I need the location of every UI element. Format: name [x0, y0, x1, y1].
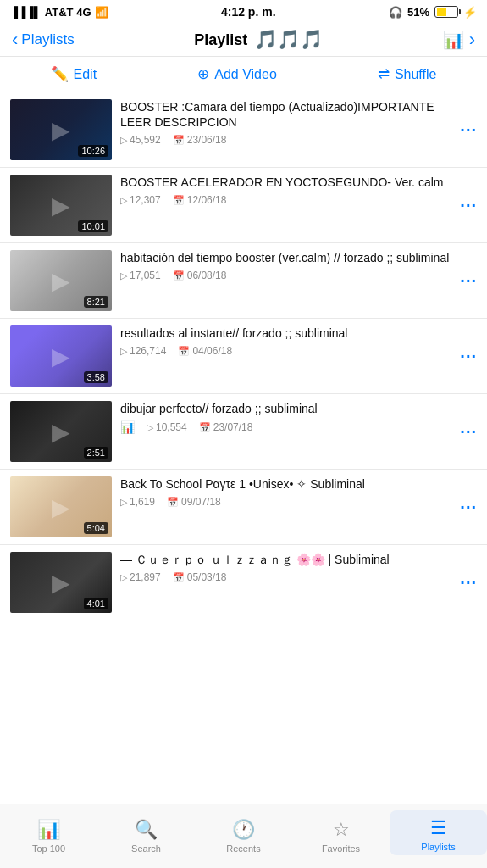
- playlists-icon: ☰: [430, 817, 447, 839]
- video-info: resultados al instante// forzado ;; subl…: [120, 326, 453, 357]
- video-thumbnail: ▶ 8:21: [10, 250, 112, 311]
- view-count: ▷ 10,554: [147, 421, 187, 433]
- title-emojis: 🎵🎵🎵: [254, 29, 323, 51]
- tab-recents-label: Recents: [226, 843, 260, 854]
- view-count: ▷ 45,592: [120, 134, 161, 146]
- headphone-icon: 🎧: [389, 6, 402, 19]
- play-icon: ▷: [120, 195, 127, 206]
- video-duration: 10:26: [78, 145, 108, 157]
- status-carrier: ▐▐▐▌ AT&T 4G 📶: [10, 6, 108, 19]
- video-info: BOOSTER :Camara del tiempo (Actualizado)…: [120, 99, 453, 146]
- view-count: ▷ 21,897: [120, 571, 161, 583]
- tab-playlists[interactable]: ☰ Playlists: [390, 810, 487, 855]
- view-count: ▷ 1,619: [120, 496, 155, 508]
- view-count: ▷ 12,307: [120, 194, 161, 206]
- more-options-button[interactable]: ···: [453, 347, 477, 366]
- tab-top100[interactable]: 📊 Top 100: [0, 812, 97, 854]
- calendar-icon: 📅: [173, 195, 185, 206]
- more-dots-icon: ···: [460, 196, 477, 215]
- tab-favorites[interactable]: ☆ Favorites: [292, 812, 390, 854]
- video-item[interactable]: ▶ 2:51 dibujar perfecto// forzado ;; sub…: [0, 394, 487, 470]
- date-text: 23/07/18: [213, 421, 253, 433]
- add-video-button[interactable]: ⊕ Add Video: [197, 65, 277, 83]
- video-info: BOOSTER ACELERADOR EN YOCTOSEGUNDO- Ver.…: [120, 175, 453, 206]
- back-button[interactable]: Playlists: [12, 29, 75, 51]
- shuffle-button[interactable]: ⇌ Shuffle: [378, 65, 437, 83]
- chevron-right-icon[interactable]: [469, 29, 475, 51]
- chevron-left-icon: [12, 29, 18, 51]
- more-dots-icon: ···: [460, 422, 477, 442]
- tab-playlists-label: Playlists: [421, 842, 455, 852]
- edit-button[interactable]: ✏️ Edit: [51, 65, 97, 83]
- tab-recents[interactable]: 🕐 Recents: [195, 812, 292, 854]
- signal-icon: ▐▐▐▌: [10, 6, 42, 19]
- calendar-icon: 📅: [173, 270, 185, 281]
- more-dots-icon: ···: [460, 498, 477, 517]
- video-info: — Ｃｕｅｒｐｏ ｕｌｚｚａｎｇ 🌸🌸 | Subliminal ▷ 21,89…: [120, 552, 453, 583]
- nav-right-controls[interactable]: 📊: [443, 29, 475, 51]
- video-meta: ▷ 45,592 📅 23/06/18: [120, 134, 453, 146]
- video-item[interactable]: ▶ 8:21 habitación del tiempo booster (ve…: [0, 243, 487, 319]
- video-duration: 3:58: [84, 371, 108, 383]
- wifi-icon: 📶: [95, 6, 108, 19]
- video-title: Back To School Рαγτε 1 •Unisex• ✧ Sublim…: [120, 476, 453, 492]
- add-label: Add Video: [214, 67, 277, 82]
- video-item[interactable]: ▶ 10:01 BOOSTER ACELERADOR EN YOCTOSEGUN…: [0, 168, 487, 243]
- more-options-button[interactable]: ···: [453, 271, 477, 291]
- more-dots-icon: ···: [460, 347, 477, 366]
- more-options-button[interactable]: ···: [453, 573, 477, 593]
- video-meta: ▷ 1,619 📅 09/07/18: [120, 496, 453, 508]
- more-options-button[interactable]: ···: [453, 422, 477, 442]
- calendar-icon: 📅: [173, 135, 185, 146]
- views-text: 10,554: [156, 421, 187, 433]
- tab-search-label: Search: [131, 843, 161, 854]
- chart-bars-icon[interactable]: 📊: [443, 30, 464, 50]
- video-duration: 10:01: [78, 220, 108, 232]
- video-title: dibujar perfecto// forzado ;; subliminal: [120, 401, 453, 416]
- upload-date: 📅 05/03/18: [173, 571, 227, 583]
- view-count: ▷ 17,051: [120, 270, 161, 281]
- more-options-button[interactable]: ···: [453, 120, 477, 140]
- video-list: ▶ 10:26 BOOSTER :Camara del tiempo (Actu…: [0, 92, 487, 685]
- video-duration: 8:21: [84, 296, 108, 308]
- video-duration: 2:51: [84, 447, 108, 459]
- play-icon: ▷: [120, 270, 127, 281]
- date-text: 06/08/18: [187, 270, 227, 281]
- date-text: 09/07/18: [181, 496, 221, 508]
- video-meta: 📊 ▷ 10,554 📅 23/07/18: [120, 420, 453, 434]
- video-title: BOOSTER :Camara del tiempo (Actualizado)…: [120, 99, 453, 130]
- add-icon: ⊕: [197, 65, 209, 83]
- play-icon: ▷: [120, 572, 127, 583]
- play-icon: ▷: [120, 497, 127, 508]
- more-options-button[interactable]: ···: [453, 196, 477, 215]
- video-item[interactable]: ▶ 10:26 BOOSTER :Camara del tiempo (Actu…: [0, 92, 487, 168]
- status-time: 4:12 p. m.: [221, 5, 276, 19]
- views-text: 12,307: [130, 194, 161, 206]
- calendar-icon: 📅: [167, 497, 179, 508]
- video-title: BOOSTER ACELERADOR EN YOCTOSEGUNDO- Ver.…: [120, 175, 453, 190]
- status-bar: ▐▐▐▌ AT&T 4G 📶 4:12 p. m. 🎧 51% ⚡: [0, 0, 487, 24]
- favorites-icon: ☆: [333, 819, 350, 841]
- video-meta: ▷ 126,714 📅 04/06/18: [120, 345, 453, 357]
- video-thumbnail: ▶ 5:04: [10, 476, 112, 537]
- tab-search[interactable]: 🔍 Search: [97, 812, 195, 854]
- more-options-button[interactable]: ···: [453, 498, 477, 517]
- calendar-icon: 📅: [199, 422, 211, 433]
- view-count: ▷ 126,714: [120, 345, 166, 357]
- calendar-icon: 📅: [173, 572, 185, 583]
- battery-text: 51%: [407, 6, 429, 19]
- back-label: Playlists: [21, 31, 74, 48]
- views-text: 45,592: [130, 134, 161, 146]
- video-item[interactable]: ▶ 5:04 Back To School Рαγτε 1 •Unisex• ✧…: [0, 470, 487, 545]
- tab-top100-label: Top 100: [32, 843, 65, 854]
- tab-bar: 📊 Top 100 🔍 Search 🕐 Recents ☆ Favorites…: [0, 804, 487, 868]
- play-icon: ▷: [147, 422, 153, 433]
- shuffle-label: Shuffle: [395, 67, 437, 82]
- play-icon: ▷: [120, 135, 127, 146]
- video-thumbnail: ▶ 4:01: [10, 552, 112, 613]
- video-info: Back To School Рαγτε 1 •Unisex• ✧ Sublim…: [120, 476, 453, 508]
- video-item[interactable]: ▶ 4:01 — Ｃｕｅｒｐｏ ｕｌｚｚａｎｇ 🌸🌸 | Subliminal …: [0, 545, 487, 620]
- views-text: 126,714: [130, 345, 166, 357]
- video-item[interactable]: ▶ 3:58 resultados al instante// forzado …: [0, 319, 487, 394]
- edit-icon: ✏️: [51, 65, 69, 83]
